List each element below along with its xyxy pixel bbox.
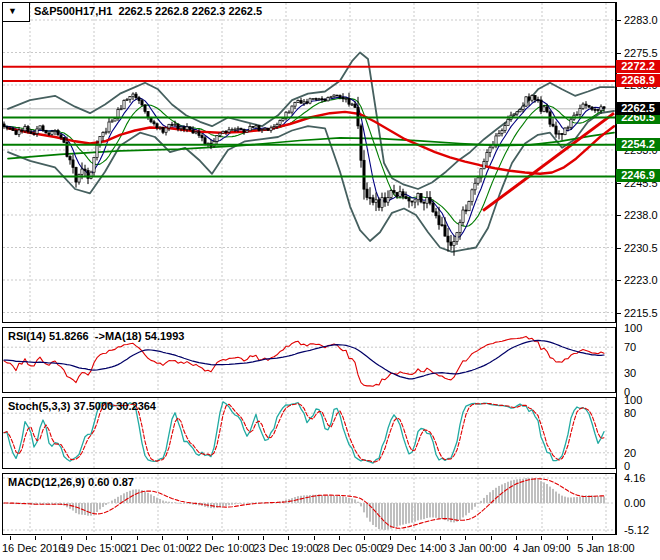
time-tick <box>314 536 315 540</box>
time-tick <box>111 536 112 540</box>
time-tick <box>364 536 365 540</box>
stoch-scale-label: 20 <box>624 447 636 459</box>
trendline[interactable] <box>483 113 614 211</box>
stoch-scale-label: 100 <box>624 394 642 406</box>
time-label: 3 Jan 00:00 <box>449 542 507 554</box>
macd-scale-label: 4.16 <box>624 472 645 484</box>
time-axis[interactable]: 16 Dec 201619 Dec 15:0021 Dec 01:0022 De… <box>0 535 660 560</box>
price-tick-label: 2215.5 <box>624 307 658 319</box>
macd-panel: MACD(12,26,9) 0.60 0.87 <box>2 473 616 535</box>
axis-tick <box>616 53 621 54</box>
axis-tick <box>616 215 621 216</box>
time-tick <box>339 536 340 540</box>
time-label: 16 Dec 2016 <box>2 542 64 554</box>
axis-tick <box>616 20 621 21</box>
time-label: 5 Jan 18:00 <box>577 542 635 554</box>
time-tick <box>390 536 391 540</box>
price-level-badge: 2254.2 <box>616 138 660 151</box>
time-tick <box>465 536 466 540</box>
price-tick-label: 2238.0 <box>624 209 658 221</box>
time-tick <box>263 536 264 540</box>
time-label: 21 Dec 01:00 <box>125 542 190 554</box>
price-tick-label: 2230.5 <box>624 242 658 254</box>
rsi-scale-label: 70 <box>624 341 636 353</box>
time-label: 28 Dec 05:00 <box>317 542 382 554</box>
bollinger-upper-line <box>8 53 614 190</box>
chart-title: S&P500H17,H1 2262.5 2262.8 2262.3 2262.5 <box>34 5 262 17</box>
rsi-scale-label: 30 <box>624 367 636 379</box>
time-label: 4 Jan 09:00 <box>513 542 571 554</box>
rsi-scale-label: 100 <box>624 322 642 334</box>
time-tick <box>86 536 87 540</box>
time-tick <box>440 536 441 540</box>
time-tick <box>137 536 138 540</box>
rsi-panel: RSI(14) 51.8266 ->MA(18) 54.1993 <box>2 327 616 393</box>
time-tick <box>162 536 163 540</box>
time-label: 23 Dec 19:00 <box>253 542 318 554</box>
stoch-scale-label: 80 <box>624 407 636 419</box>
price-level-badge: 2246.9 <box>616 169 660 182</box>
stochastic-panel: Stoch(5,3,3) 37.5000 30.2364 <box>2 397 616 469</box>
time-tick <box>10 536 11 540</box>
time-tick <box>187 536 188 540</box>
time-tick <box>516 536 517 540</box>
stoch-scale-label: 0 <box>624 460 630 472</box>
macd-scale-label: 0.00 <box>624 497 645 509</box>
chart-window: ▼ S&P500H17,H1 2262.5 2262.8 2262.3 2262… <box>0 0 660 560</box>
price-tick-label: 2283.0 <box>624 14 658 26</box>
time-label: 19 Dec 15:00 <box>61 542 126 554</box>
time-tick <box>238 536 239 540</box>
macd-title: MACD(12,26,9) 0.60 0.87 <box>8 476 134 488</box>
time-label: 22 Dec 10:00 <box>189 542 254 554</box>
price-level-badge: 2262.5 <box>616 102 660 115</box>
time-tick <box>212 536 213 540</box>
time-tick <box>35 536 36 540</box>
rsi-title: RSI(14) 51.8266 ->MA(18) 54.1993 <box>8 330 184 342</box>
time-tick <box>61 536 62 540</box>
main-chart-panel: ▼ S&P500H17,H1 2262.5 2262.8 2262.3 2262… <box>2 2 616 323</box>
price-axis: 2283.02275.52268.02260.52253.02245.52238… <box>616 0 660 560</box>
price-tick-label: 2275.5 <box>624 47 658 59</box>
dropdown-arrow-icon: ▼ <box>8 6 17 16</box>
price-level-badge: 2272.2 <box>616 60 660 73</box>
axis-tick <box>616 183 621 184</box>
time-tick <box>288 536 289 540</box>
stochastic-title: Stoch(5,3,3) 37.5000 30.2364 <box>8 400 156 412</box>
axis-tick <box>616 280 621 281</box>
time-tick <box>592 536 593 540</box>
time-tick <box>491 536 492 540</box>
time-label: 29 Dec 14:00 <box>381 542 446 554</box>
time-tick <box>567 536 568 540</box>
time-tick <box>415 536 416 540</box>
axis-tick <box>616 313 621 314</box>
axis-tick <box>616 248 621 249</box>
time-tick <box>541 536 542 540</box>
price-level-badge: 2268.9 <box>616 74 660 87</box>
symbol-dropdown-button[interactable]: ▼ <box>3 3 30 22</box>
main-chart-canvas[interactable] <box>3 3 615 322</box>
price-tick-label: 2223.0 <box>624 274 658 286</box>
